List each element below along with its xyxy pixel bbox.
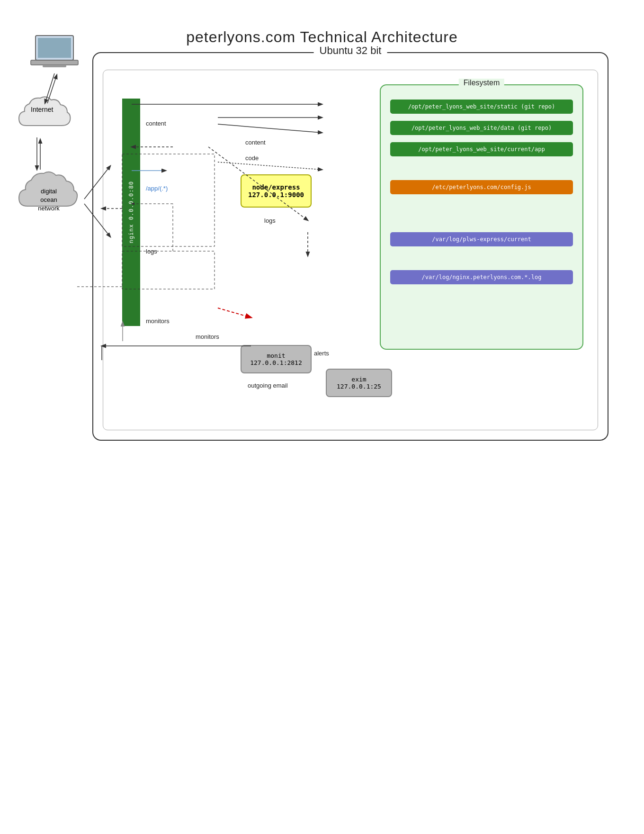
monitors1-label: monitors [196,333,219,340]
internet-label: Internet [31,106,53,113]
node-line2: 127.0.0.1:9000 [248,191,304,199]
ubuntu-label: Ubuntu 32 bit [314,45,387,57]
content1-label: content [146,120,166,127]
exim-line2: 127.0.0.1:25 [337,383,381,390]
svg-rect-1 [38,38,71,58]
outgoing-email-label: outgoing email [248,382,288,389]
fs-item-static: /opt/peter_lyons_web_site/static (git re… [390,100,573,114]
do-network-label: digital ocean network [23,187,75,213]
filesystem-label: Filesystem [459,79,504,87]
laptop-icon [28,33,80,75]
exim-line1: exim [351,376,366,383]
logs2-label: logs [146,248,157,255]
page-title: peterlyons.com Technical Architecture [0,0,644,46]
ubuntu-box: Ubuntu 32 bit nginx 0.0.0.0:80 Filesyste… [92,52,608,441]
node-line1: node/express [252,183,300,191]
app-route-label: /app/(.*) [146,185,168,192]
svg-rect-3 [43,65,66,67]
fs-item-log-nginx: /var/log/nginx.peterlyons.com.*.log [390,270,573,284]
alerts-label: alerts [314,350,329,357]
inner-box: nginx 0.0.0.0:80 Filesystem /opt/peter_l… [103,70,598,430]
monit-line2: 127.0.0.1:2812 [250,359,302,366]
internet-cloud: Internet [14,92,76,137]
node-express-box: node/express 127.0.0.1:9000 [241,174,312,208]
fs-item-data: /opt/peter_lyons_web_site/data (git repo… [390,121,573,135]
fs-item-log-express: /var/log/plws-express/current [390,232,573,246]
nginx-label: nginx 0.0.0.0:80 [128,181,134,244]
svg-rect-2 [31,60,78,65]
fs-item-config: /etc/peterlyons.com/config.js [390,180,573,194]
fs-item-app: /opt/peter_lyons_web_site/current/app [390,142,573,156]
code-label: code [245,154,259,162]
monitors2-label: monitors [146,317,170,325]
filesystem-box: Filesystem /opt/peter_lyons_web_site/sta… [380,84,583,350]
logs1-label: logs [264,217,276,224]
nginx-bar: nginx 0.0.0.0:80 [122,99,140,326]
content2-label: content [245,139,266,146]
monit-box: monit 127.0.0.1:2812 [241,345,312,373]
monit-line1: monit [267,352,285,359]
exim-box: exim 127.0.0.1:25 [326,369,392,397]
